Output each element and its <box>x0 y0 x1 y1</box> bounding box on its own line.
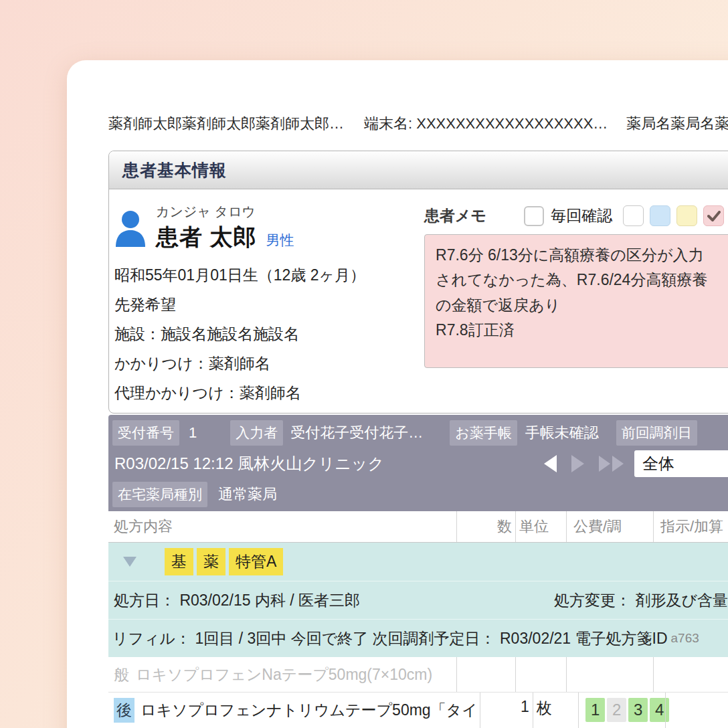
previous-dispense-label: 前回調剤日 <box>616 420 697 446</box>
memo-color-yellow[interactable] <box>676 205 697 226</box>
kohi-status-boxes: 1 2 3 4 <box>585 698 669 722</box>
memo-color-picker <box>623 205 724 226</box>
record-navigation <box>544 455 624 472</box>
patient-birthdate: 昭和55年01月01日生（12歳 2ヶ月） <box>114 265 424 286</box>
prescription-table: 処方内容 数 単位 公費/調 指示/加算 基 薬 特管A 処方日： R03/02… <box>108 511 728 728</box>
input-person-value: 受付花子受付花子… <box>290 423 423 443</box>
reception-bar: 受付番号 1 入力者 受付花子受付花子… お薬手帳 手帳未確認 前回調剤日 R0… <box>108 415 728 511</box>
tag-tokkan-a: 特管A <box>229 548 283 575</box>
rx-date-text: 処方日： R03/02/15 内科 / 医者三郎 <box>114 590 360 611</box>
rx-change-text: 処方変更： 剤形及び含量 <box>554 590 728 611</box>
terminal-name: 端末名: XXXXXXXXXXXXXXXXXX… <box>364 114 608 134</box>
main-window: 薬剤師太郎薬剤師太郎薬剤師太郎… 端末名: XXXXXXXXXXXXXXXXXX… <box>67 60 728 728</box>
next-record-icon[interactable] <box>571 455 584 472</box>
scope-select[interactable]: 全体 <box>634 450 728 477</box>
header-addition: 指示/加算 <box>653 511 728 542</box>
patient-name: 患者 太郎 <box>156 222 256 253</box>
input-person-label: 入力者 <box>230 420 283 446</box>
memo-color-blue[interactable] <box>650 205 670 226</box>
app-background: 薬剤師太郎薬剤師太郎薬剤師太郎… 端末名: XXXXXXXXXXXXXXXXXX… <box>0 0 728 728</box>
home-pharmacy-type-label: 在宅薬局種別 <box>112 482 207 507</box>
table-row-generic-name[interactable]: 般ロキソプロフェンNaテープ50mg(7×10cm) <box>108 657 728 693</box>
table-header-row: 処方内容 数 単位 公費/調 指示/加算 <box>108 511 728 543</box>
patient-memo-text[interactable]: R7.6分 6/13分に高額療養の区分が入力 されてなかった為、R7.6/24分… <box>424 234 728 368</box>
reception-number-value: 1 <box>189 424 197 442</box>
facility: 施設：施設名施設名施設名 <box>114 324 424 345</box>
memo-label: 患者メモ <box>424 205 486 226</box>
patient-summary: カンジャ タロウ 患者 太郎 男性 昭和55年01月01日生（12歳 2ヶ月） … <box>109 189 424 413</box>
drug-unit: 枚 <box>533 693 578 728</box>
patient-gender[interactable]: 男性 <box>266 231 294 250</box>
tag-medicine: 薬 <box>197 548 225 575</box>
header-content: 処方内容 <box>108 511 456 542</box>
check-icon <box>707 211 721 221</box>
generic-unit <box>515 657 566 692</box>
reception-row-3: 在宅薬局種別 通常薬局 <box>112 482 728 507</box>
medicine-notebook-status: 手帳未確認 <box>525 423 599 443</box>
medicine-notebook-label: お薬手帳 <box>450 420 517 446</box>
reception-row-1: 受付番号 1 入力者 受付花子受付花子… お薬手帳 手帳未確認 前回調剤日 <box>112 420 728 446</box>
home-pharmacy-type-value: 通常薬局 <box>218 484 277 505</box>
generic-drug-name: ロキソプロフェンNaテープ50mg(7×10cm) <box>136 666 432 683</box>
drug-name: ロキソプロフェンナトリウムテープ50mg「タイホー」 <box>114 701 478 728</box>
refill-text: リフィル： 1回目 / 3回中 今回で終了 次回調剤予定日： R03/02/21… <box>112 628 668 649</box>
patient-icon <box>114 209 147 247</box>
pharmacist-name: 薬剤師太郎薬剤師太郎薬剤師太郎… <box>108 114 344 134</box>
reception-row-2: R03/02/15 12:12 風林火山クリニック 全体 <box>112 450 728 477</box>
tag-base: 基 <box>165 548 193 575</box>
patient-kana: カンジャ タロウ <box>156 203 294 221</box>
patient-info-header: 患者基本情報 <box>109 151 728 189</box>
deputy-pharmacist: 代理かかりつけ：薬剤師名 <box>114 383 424 403</box>
e-prescription-id: a763 <box>671 631 699 646</box>
header-kohi: 公費/調 <box>566 511 653 542</box>
scope-select-value: 全体 <box>642 453 674 474</box>
visit-info: R03/02/15 12:12 風林火山クリニック <box>112 453 384 474</box>
last-record-icon[interactable] <box>599 456 624 472</box>
header-unit: 単位 <box>515 511 566 542</box>
brand-preference: 先発希望 <box>114 294 424 315</box>
memo-color-white[interactable] <box>623 205 644 226</box>
tag-generic: 般 <box>114 662 132 688</box>
reception-number-label: 受付番号 <box>112 420 179 446</box>
status-bar: 薬剤師太郎薬剤師太郎薬剤師太郎… 端末名: XXXXXXXXXXXXXXXXXX… <box>108 114 728 134</box>
kohi-box-2[interactable]: 2 <box>607 698 626 722</box>
rx-date-row: 処方日： R03/02/15 内科 / 医者三郎 処方変更： 剤形及び含量 <box>108 581 728 620</box>
kohi-box-3[interactable]: 3 <box>628 698 648 722</box>
table-row-drug[interactable]: 後ロキソプロフェンナトリウムテープ50mg「タイホー」 1 枚 1 2 3 4 <box>108 693 728 728</box>
header-qty: 数 <box>456 511 515 542</box>
rx-group-header[interactable]: 基 薬 特管A <box>108 543 728 581</box>
rx-group-tags: 基 薬 特管A <box>165 548 283 575</box>
drug-qty: 1 <box>480 693 533 728</box>
every-time-label: 毎回確認 <box>551 205 612 226</box>
kohi-box-1[interactable]: 1 <box>585 698 605 722</box>
refill-row: リフィル： 1回目 / 3回中 今回で終了 次回調剤予定日： R03/02/21… <box>108 620 728 657</box>
every-time-checkbox[interactable] <box>524 206 544 226</box>
family-pharmacist: かかりつけ：薬剤師名 <box>114 353 424 374</box>
generic-qty <box>456 657 515 692</box>
patient-info-panel: 患者基本情報 カンジャ タロウ 患者 太郎 <box>108 151 728 414</box>
prev-record-icon[interactable] <box>544 455 557 472</box>
collapse-triangle-icon[interactable] <box>123 557 136 567</box>
pharmacy-name: 薬局名薬局名薬局名… <box>626 114 728 134</box>
patient-memo-area: 患者メモ 毎回確認 <box>424 189 728 413</box>
tag-kouhatsu: 後 <box>114 698 134 723</box>
panel-title: 患者基本情報 <box>122 159 227 181</box>
memo-color-pink-selected[interactable] <box>703 205 724 226</box>
